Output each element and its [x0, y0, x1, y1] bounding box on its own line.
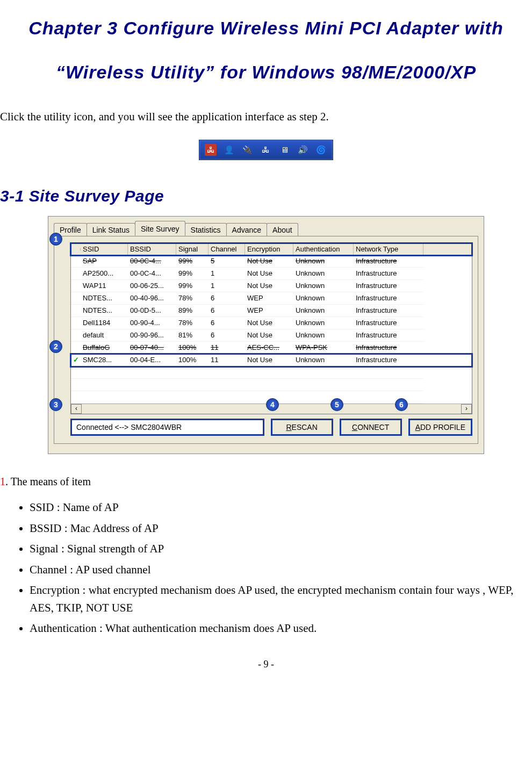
table-row[interactable]: BuffaloG00-07-40...100%11AES-CC...WPA-PS… [71, 342, 472, 354]
site-survey-screenshot: 1 2 3 4 5 6 Profile Link Status Site Sur… [48, 216, 484, 454]
callout-badge-6: 6 [395, 398, 408, 411]
tab-bar: Profile Link Status Site Survey Statisti… [54, 221, 478, 236]
intro-paragraph: Click the utility icon, and you will see… [0, 110, 532, 124]
bullet-channel: Channel : AP used channel [30, 561, 532, 579]
tab-statistics[interactable]: Statistics [185, 223, 227, 236]
cell [71, 366, 81, 379]
tab-about[interactable]: About [267, 223, 298, 236]
cell [354, 366, 423, 379]
tab-body: SSID BSSID Signal Channel Encryption Aut… [54, 236, 478, 444]
col-channel[interactable]: Channel [209, 243, 245, 255]
cell: Unknown [293, 354, 354, 366]
tray-icon: 🖧 [260, 144, 272, 156]
cell: AP2500... [81, 268, 128, 280]
cell [71, 255, 81, 268]
scroll-left-button[interactable]: ‹ [71, 404, 82, 414]
bottom-bar: Connected <--> SMC2804WBR RESCAN CONNECT… [70, 419, 472, 436]
cell: 00-40-96... [128, 292, 176, 305]
connect-button[interactable]: CONNECT [340, 419, 402, 436]
table-row[interactable]: default00-90-96...81%6Not UseUnknownInfr… [71, 329, 472, 342]
cell: SMC28... [81, 354, 128, 366]
cell: SAP [81, 255, 128, 268]
cell: WPA-PSK [293, 342, 354, 354]
tab-link-status[interactable]: Link Status [87, 223, 135, 236]
bullet-bssid: BSSID : Mac Address of AP [30, 520, 532, 537]
cell [209, 366, 245, 379]
table-row-empty [71, 379, 472, 391]
cell: Infrastructure [354, 292, 423, 305]
callout-badge-3: 3 [49, 398, 62, 411]
callout-badge-1: 1 [49, 233, 62, 246]
cell: 00-0C-4... [128, 268, 176, 280]
cell [71, 329, 81, 342]
cell: Infrastructure [354, 329, 423, 342]
cell [128, 391, 176, 404]
tray-icon: 🖧 [205, 144, 217, 156]
bullet-authentication: Authentication : What authentication mec… [30, 620, 532, 637]
callout-badge-2: 2 [49, 340, 62, 353]
chapter-title-line1: Chapter 3 Configure Wireless Mini PCI Ad… [28, 18, 503, 38]
cell: 78% [176, 317, 209, 329]
cell: Unknown [293, 268, 354, 280]
tab-advance[interactable]: Advance [226, 223, 267, 236]
cell: 78% [176, 292, 209, 305]
list-heading: 1. The means of item [0, 476, 532, 488]
cell: Not Use [245, 329, 293, 342]
col-ssid[interactable]: SSID [81, 243, 128, 255]
bullet-encryption: Encryption : what encrypted mechanism do… [30, 581, 532, 616]
cell: Unknown [293, 280, 354, 292]
cell: 99% [176, 255, 209, 268]
cell: Infrastructure [354, 255, 423, 268]
tab-site-survey[interactable]: Site Survey [135, 221, 185, 236]
rescan-button[interactable]: RESCAN [271, 419, 333, 436]
col-encryption[interactable]: Encryption [245, 243, 293, 255]
cell [354, 391, 423, 404]
table-row[interactable]: AP2500...00-0C-4...99%1Not UseUnknownInf… [71, 268, 472, 280]
cell [71, 305, 81, 317]
cell [81, 391, 128, 404]
ap-listview[interactable]: SSID BSSID Signal Channel Encryption Aut… [70, 243, 472, 414]
cell: 00-06-25... [128, 280, 176, 292]
cell: 00-90-4... [128, 317, 176, 329]
cell: 6 [209, 317, 245, 329]
cell [176, 366, 209, 379]
cell [209, 391, 245, 404]
col-authentication[interactable]: Authentication [293, 243, 354, 255]
table-row[interactable]: NDTES...00-0D-5...89%6WEPUnknownInfrastr… [71, 305, 472, 317]
col-signal[interactable]: Signal [176, 243, 209, 255]
connected-icon [72, 355, 80, 365]
section-title: 3-1 Site Survey Page [0, 187, 532, 205]
tray-icon: 🖥 [278, 144, 290, 156]
table-row[interactable]: Dell118400-90-4...78%6Not UseUnknownInfr… [71, 317, 472, 329]
cell [71, 354, 81, 366]
col-icon[interactable] [71, 248, 81, 251]
table-row[interactable]: WAP1100-06-25...99%1Not UseUnknownInfras… [71, 280, 472, 292]
cell: default [81, 329, 128, 342]
cell: 11 [209, 354, 245, 366]
cell [128, 379, 176, 391]
col-bssid[interactable]: BSSID [128, 243, 176, 255]
cell: 99% [176, 268, 209, 280]
cell: Infrastructure [354, 317, 423, 329]
cell: Not Use [245, 280, 293, 292]
cell: Infrastructure [354, 280, 423, 292]
cell [71, 292, 81, 305]
col-network-type[interactable]: Network Type [354, 243, 423, 255]
cell: 81% [176, 329, 209, 342]
table-row[interactable]: NDTES...00-40-96...78%6WEPUnknownInfrast… [71, 292, 472, 305]
cell: Not Use [245, 255, 293, 268]
rescan-label: ESCAN [292, 423, 318, 431]
cell: Unknown [293, 255, 354, 268]
cell: 89% [176, 305, 209, 317]
cell [176, 391, 209, 404]
cell: WEP [245, 292, 293, 305]
tray-icon: 🔌 [242, 144, 254, 156]
add-profile-label: DD PROFILE [420, 423, 465, 431]
cell: 1 [209, 268, 245, 280]
cell: Dell1184 [81, 317, 128, 329]
table-row[interactable]: SAP00-0C-4...99%5Not UseUnknownInfrastru… [71, 255, 472, 268]
table-row[interactable]: SMC28...00-04-E...100%11Not UseUnknownIn… [71, 354, 472, 366]
scroll-right-button[interactable]: › [461, 404, 472, 414]
add-profile-button[interactable]: ADD PROFILE [408, 419, 472, 436]
cell: Unknown [293, 305, 354, 317]
